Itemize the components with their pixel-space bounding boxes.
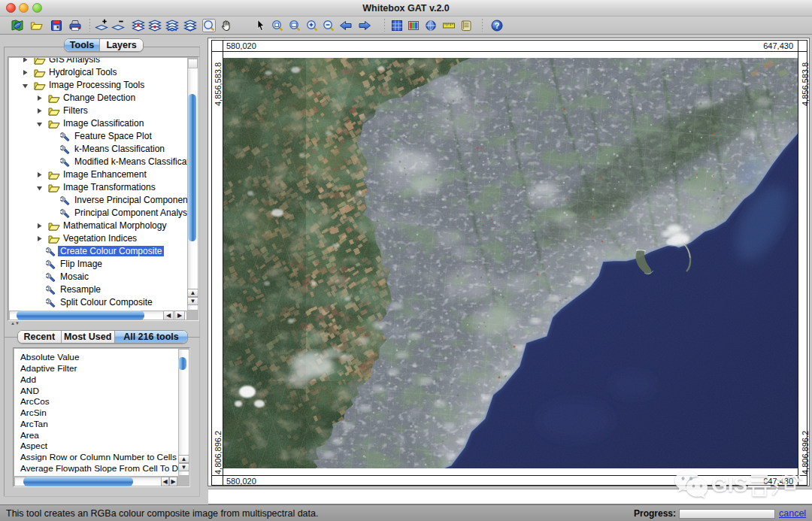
svg-text:?: ? <box>495 21 500 30</box>
svg-text:GIS: GIS <box>711 473 747 496</box>
